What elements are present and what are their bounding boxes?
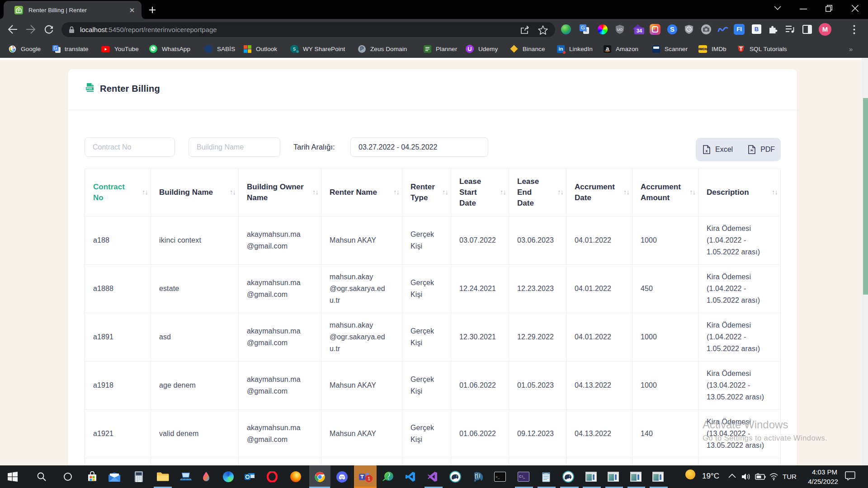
svg-text:x: x <box>705 149 708 153</box>
svg-text:PSD: PSD <box>86 87 92 90</box>
svg-text:UO: UO <box>617 28 623 32</box>
